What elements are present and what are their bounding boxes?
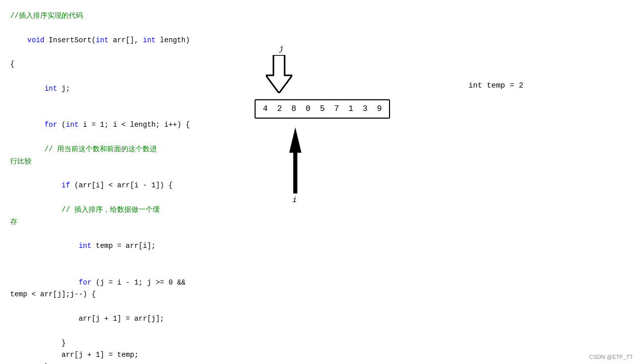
array-cell-6: 1 — [347, 104, 354, 114]
array-cell-7: 3 — [362, 104, 369, 114]
code-line-7: if (arr[i] < arr[i - 1]) { — [10, 167, 190, 204]
array-cell-3: 0 — [304, 104, 312, 114]
code-line-6: // 用当前这个数和前面的这个数进行比较 — [10, 144, 190, 168]
array-cell-1: 2 — [276, 104, 283, 114]
code-line-9: int temp = arr[i]; — [10, 228, 190, 264]
j-label: j — [279, 45, 284, 53]
code-line-10: for (j = i - 1; j >= 0 &&temp < arr[j];j… — [10, 265, 190, 313]
code-line-15: } — [10, 361, 190, 364]
array-cell-5: 7 — [333, 104, 340, 114]
svg-marker-0 — [266, 55, 292, 93]
array-cell-2: 8 — [290, 104, 297, 114]
up-arrow-icon — [289, 127, 301, 193]
array-cell-8: 9 — [376, 104, 383, 114]
array-cell-0: 4 — [262, 104, 269, 114]
code-line-13: } — [10, 338, 190, 350]
watermark: CSDN @ETF_TT — [589, 354, 633, 360]
down-arrow-icon — [266, 55, 292, 93]
down-arrow-container — [266, 55, 292, 93]
code-line-11: arr[j + 1] = arr[j]; — [10, 313, 190, 325]
i-label: i — [292, 196, 297, 205]
temp-label: int temp = 2 — [468, 81, 523, 90]
array-cell-4: 5 — [319, 104, 326, 114]
code-line-8: // 插入排序，给数据做一个缓存 — [10, 204, 190, 229]
code-line-2: void InsertSort(int arr[], int length) — [10, 22, 190, 59]
code-section: //插入排序实现的代码 void InsertSort(int arr[], i… — [10, 10, 190, 364]
up-arrow-container — [289, 127, 301, 193]
code-line-5: for (int i = 1; i < length; i++) { — [10, 107, 190, 143]
code-line-1: //插入排序实现的代码 — [10, 10, 190, 22]
code-line-3: { — [10, 59, 190, 71]
code-line-blank1 — [10, 325, 190, 338]
code-line-4: int j; — [10, 71, 190, 107]
array-box: 4 2 8 0 5 7 1 3 9 — [255, 99, 390, 119]
svg-marker-1 — [289, 127, 301, 193]
code-line-14: arr[j + 1] = temp; — [10, 349, 190, 361]
